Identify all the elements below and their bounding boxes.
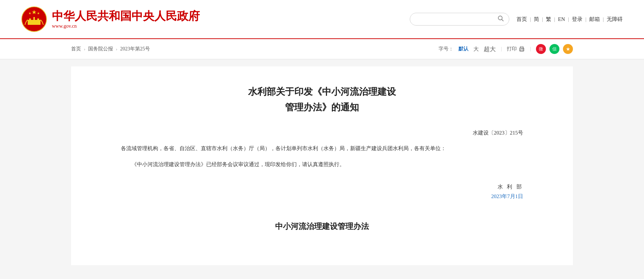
search-icon[interactable] [498,15,504,23]
nav-sep-6: | [603,16,604,22]
svg-rect-3 [29,18,31,20]
search-box[interactable] [410,13,509,26]
document-title: 水利部关于印发《中小河流治理建设 管理办法》的通知 [121,84,523,115]
site-title: 中华人民共和国中央人民政府 [52,9,200,23]
top-nav: 首页 | 简 | 繁 | EN | 登录 | 邮箱 | 无障碍 [516,16,623,23]
breadcrumb: 首页 › 国务院公报 › 2023年第25号 [71,46,150,52]
breadcrumb-home[interactable]: 首页 [71,46,81,52]
svg-rect-5 [37,18,39,20]
social-sep: | [530,46,531,52]
font-controls: 字号： 默认 大 超大 | 打印 | 微 信 ★ [439,44,573,54]
wechat-icon: 信 [552,46,557,52]
nav-en[interactable]: EN [558,16,565,22]
breadcrumb-gazette[interactable]: 国务院公报 [88,46,113,52]
nav-accessibility[interactable]: 无障碍 [607,16,623,23]
breadcrumb-arrow-2: › [116,46,117,52]
nav-sep-3: | [554,16,555,22]
star-icon: ★ [566,46,570,52]
weibo-share-button[interactable]: 微 [536,44,546,54]
nav-sep-5: | [585,16,586,22]
section-title: 中小河流治理建设管理办法 [121,221,523,232]
header-right: 首页 | 简 | 繁 | EN | 登录 | 邮箱 | 无障碍 [410,13,623,26]
svg-rect-12 [520,49,523,51]
site-header: 中华人民共和国中央人民政府 www.gov.cn 首页 | 简 | 繁 | EN… [0,0,644,39]
nav-mail[interactable]: 邮箱 [589,16,600,23]
nav-sep-1: | [530,16,531,22]
doc-title-line1: 水利部关于印发《中小河流治理建设 [121,84,523,100]
font-large-btn[interactable]: 大 [473,46,479,53]
document-date: 2023年7月1日 [121,193,523,200]
main-wrapper: 水利部关于印发《中小河流治理建设 管理办法》的通知 水建设〔2023〕215号 … [0,59,644,279]
wechat-share-button[interactable]: 信 [549,44,559,54]
nav-login[interactable]: 登录 [572,16,583,23]
breadcrumb-arrow-1: › [84,46,85,52]
font-size-label: 字号： [439,46,454,52]
site-url: www.gov.cn [52,23,200,29]
body-text: 《中小河流治理建设管理办法》已经部务会议审议通过，现印发给你们，请认真遵照执行。 [121,159,523,170]
nav-sep-2: | [542,16,543,22]
font-xlarge-btn[interactable]: 超大 [484,45,496,53]
svg-rect-4 [33,17,35,20]
font-default-btn[interactable]: 默认 [458,46,468,52]
weibo-icon: 微 [539,46,543,52]
nav-home[interactable]: 首页 [516,16,527,23]
print-icon [519,46,525,52]
national-emblem [21,6,47,32]
svg-point-14 [523,49,524,49]
nav-sep-4: | [568,16,569,22]
logo-area: 中华人民共和国中央人民政府 www.gov.cn [21,6,200,32]
social-icons: 微 信 ★ [536,44,573,54]
signature: 水 利 部 [121,184,523,190]
collect-button[interactable]: ★ [563,44,573,54]
breadcrumb-bar: 首页 › 国务院公报 › 2023年第25号 字号： 默认 大 超大 | 打印 … [0,39,644,59]
document-number: 水建设〔2023〕215号 [121,130,523,136]
print-label: 打印 [507,46,517,52]
recipients-text: 各流域管理机构，各省、自治区、直辖市水利（水务）厅（局），各计划单列市水利（水务… [121,143,523,154]
site-title-block: 中华人民共和国中央人民政府 www.gov.cn [52,9,200,29]
nav-jian[interactable]: 简 [534,16,539,23]
content-card: 水利部关于印发《中小河流治理建设 管理办法》的通知 水建设〔2023〕215号 … [71,66,573,265]
doc-title-line2: 管理办法》的通知 [121,100,523,115]
nav-fan[interactable]: 繁 [546,16,551,23]
font-sep: | [501,46,502,52]
svg-rect-2 [28,20,41,25]
breadcrumb-current: 2023年第25号 [120,46,150,52]
print-button[interactable]: 打印 [507,46,525,52]
svg-line-10 [501,20,503,21]
search-input[interactable] [415,16,498,22]
body-content: 《中小河流治理建设管理办法》已经部务会议审议通过，现印发给你们，请认真遵照执行。 [132,162,345,167]
